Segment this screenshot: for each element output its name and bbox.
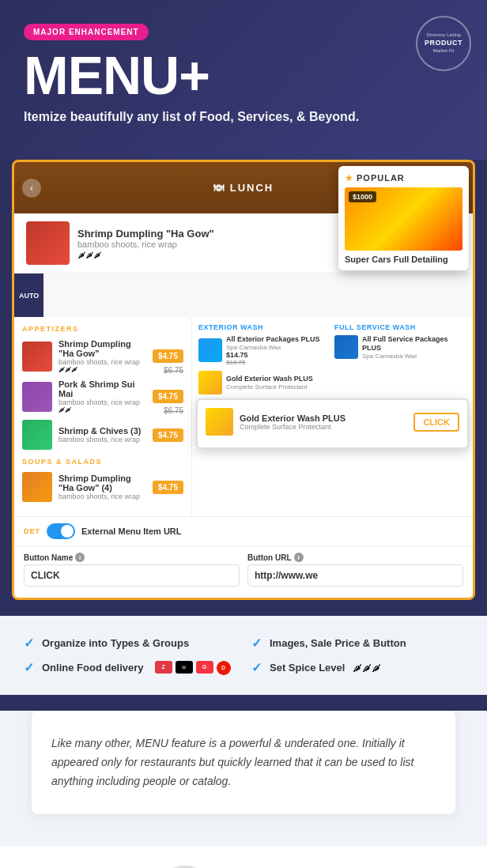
item-img-3 bbox=[22, 420, 52, 450]
button-url-field: Button URL i bbox=[247, 553, 463, 587]
wash-sale-1: $18.75 bbox=[226, 359, 320, 366]
delivery-badges: Z U G D bbox=[155, 661, 231, 675]
button-form: Button Name i Button URL i bbox=[14, 545, 473, 598]
wash-full-1: All Full Service Packages PLUS Spa Carna… bbox=[334, 335, 466, 360]
menu-item-4: Shrimp Dumpling "Ha Gow" (4) bamboo shoo… bbox=[22, 472, 183, 502]
popular-price: $1000 bbox=[349, 191, 376, 202]
check-icon-2: ✓ bbox=[251, 636, 262, 651]
feature-text-3: Online Food delivery bbox=[42, 662, 144, 674]
menu-item-3: Shrimp & Chives (3) bamboo shoots, rice … bbox=[22, 420, 183, 450]
feature-text-2: Images, Sale Price & Button bbox=[270, 637, 406, 649]
menu-item-2: Pork & Shrimp Sui Mai bamboo shoots, ric… bbox=[22, 379, 183, 413]
wash-ext-2: Gold Exterior Wash PLUS Complete Surface… bbox=[198, 371, 330, 394]
item-content-4: Shrimp Dumpling "Ha Gow" (4) bamboo shoo… bbox=[59, 474, 146, 500]
item-img-1 bbox=[22, 342, 52, 372]
item-name-4: Shrimp Dumpling "Ha Gow" (4) bbox=[59, 474, 146, 492]
item-img-2 bbox=[22, 382, 52, 412]
testimonial-text: Like many other, MENU feature is a power… bbox=[51, 734, 436, 791]
wash-desc-1: Spa Carnauba Wax bbox=[226, 344, 320, 351]
soups-label: SOUPS & SALADS bbox=[22, 458, 183, 466]
features-section: ✓ Organize into Types & Groups ✓ Images,… bbox=[0, 616, 487, 695]
gold-popup-header: Gold Exterior Wash PLUS Complete Surface… bbox=[206, 408, 459, 436]
button-name-field: Button Name i bbox=[24, 553, 240, 587]
check-icon-4: ✓ bbox=[251, 660, 262, 675]
demo-container: ‹ 🍽 LUNCH › ★ POPULAR $1000 Super Cars F… bbox=[0, 160, 487, 616]
menu-right: EXTERIOR WASH All Exterior Packages PLUS… bbox=[192, 317, 473, 516]
feature-text-1: Organize into Types & Groups bbox=[42, 637, 189, 649]
spice-emojis: 🌶🌶🌶 bbox=[353, 662, 381, 674]
food-header-content: 🍽 LUNCH bbox=[213, 182, 274, 194]
form-row: Button Name i Button URL i bbox=[24, 553, 463, 587]
wash-full-desc-1: Spa Carnauba Wax bbox=[362, 353, 466, 360]
wash-img-1 bbox=[198, 338, 222, 362]
wash-info-2: Gold Exterior Wash PLUS Complete Surface… bbox=[226, 375, 313, 391]
gold-popup: Gold Exterior Wash PLUS Complete Surface… bbox=[196, 398, 469, 449]
toggle-switch[interactable] bbox=[47, 523, 75, 539]
item-desc-2: bamboo shoots, rice wrap bbox=[59, 398, 146, 406]
badge-line1: Directory Listing bbox=[426, 32, 460, 39]
det-label: DET bbox=[24, 527, 40, 535]
testimonial-section: Like many other, MENU feature is a power… bbox=[32, 711, 455, 814]
auto-row: AUTO $1000 Super Cars Full Detailing $90… bbox=[14, 274, 473, 317]
zomato-badge: Z bbox=[155, 661, 172, 674]
major-badge: MAJOR ENHANCEMENT bbox=[24, 24, 149, 40]
button-url-input[interactable] bbox=[247, 564, 463, 587]
demo-frame: ‹ 🍽 LUNCH › ★ POPULAR $1000 Super Cars F… bbox=[12, 160, 475, 600]
badge-line3: Market Fit bbox=[433, 48, 455, 55]
item-content-2: Pork & Shrimp Sui Mai bamboo shoots, ric… bbox=[59, 379, 146, 413]
item-name-2: Pork & Shrimp Sui Mai bbox=[59, 379, 146, 398]
feature-text-4: Set Spice Level bbox=[270, 662, 345, 674]
item-sale-2: $6.75 bbox=[164, 406, 183, 415]
item-img-4 bbox=[22, 472, 52, 502]
gold-click-button[interactable]: CLICK bbox=[413, 413, 459, 432]
button-name-input[interactable] bbox=[24, 564, 240, 587]
gold-popup-info: Gold Exterior Wash PLUS Complete Surface… bbox=[240, 413, 345, 431]
wash-ext-1: All Exterior Packages PLUS Spa Carnauba … bbox=[198, 335, 330, 366]
button-name-label: Button Name i bbox=[24, 553, 240, 562]
item-sale-1: $6.75 bbox=[164, 366, 183, 375]
appetizers-label: APPETIZERS bbox=[22, 325, 183, 333]
menu-left: APPETIZERS Shrimp Dumpling "Ha Gow" bamb… bbox=[14, 317, 192, 516]
features-grid: ✓ Organize into Types & Groups ✓ Images,… bbox=[24, 636, 463, 675]
item-name-1: Shrimp Dumpling "Ha Gow" bbox=[59, 339, 146, 358]
auto-label: AUTO bbox=[14, 274, 43, 317]
toggle-row: DET External Menu Item URL bbox=[14, 516, 473, 545]
gold-popup-desc: Complete Surface Protectant bbox=[240, 423, 345, 431]
info-icon-url: i bbox=[294, 553, 304, 562]
prev-arrow[interactable]: ‹ bbox=[22, 179, 41, 198]
wash-price-1: $14.75 bbox=[226, 351, 320, 359]
food-label: LUNCH bbox=[230, 182, 274, 194]
full-title: FULL SERVICE WASH bbox=[334, 323, 466, 331]
ubereats-badge: U bbox=[176, 661, 193, 674]
wash-desc-2: Complete Surface Protectant bbox=[226, 383, 313, 391]
food-icon: 🍽 bbox=[213, 182, 225, 194]
item-content-1: Shrimp Dumpling "Ha Gow" bamboo shoots, … bbox=[59, 339, 146, 373]
feature-food-delivery: ✓ Online Food delivery Z U G D bbox=[24, 660, 236, 675]
gold-popup-img bbox=[206, 408, 233, 436]
popular-title: Super Cars Full Detailing bbox=[345, 255, 462, 264]
wash-name-1: All Exterior Packages PLUS bbox=[226, 335, 320, 344]
star-icon: ★ bbox=[345, 172, 353, 183]
popular-card: ★ POPULAR $1000 Super Cars Full Detailin… bbox=[338, 166, 469, 270]
testimonial-wrapper: Like many other, MENU feature is a power… bbox=[0, 711, 487, 846]
popular-badge: ★ POPULAR bbox=[345, 172, 462, 183]
wash-info-1: All Exterior Packages PLUS Spa Carnauba … bbox=[226, 335, 320, 366]
wash-full-info-1: All Full Service Packages PLUS Spa Carna… bbox=[362, 335, 466, 360]
wash-full-name-1: All Full Service Packages PLUS bbox=[362, 335, 466, 353]
feature-images-price: ✓ Images, Sale Price & Button bbox=[251, 636, 463, 651]
product-badge: Directory Listing PRODUCT Market Fit bbox=[416, 16, 471, 71]
wash-img-2 bbox=[198, 371, 222, 394]
button-url-label: Button URL i bbox=[247, 553, 463, 562]
item-spice-1: 🌶🌶🌶 bbox=[59, 366, 146, 373]
popular-label: POPULAR bbox=[357, 173, 405, 183]
item-price-3: $4.75 bbox=[153, 428, 183, 442]
menu-item-1: Shrimp Dumpling "Ha Gow" bamboo shoots, … bbox=[22, 339, 183, 373]
hero-section: MAJOR ENHANCEMENT Directory Listing PROD… bbox=[0, 0, 487, 160]
item-content-3: Shrimp & Chives (3) bamboo shoots, rice … bbox=[59, 426, 146, 443]
item-spice-2: 🌶🌶 bbox=[59, 406, 146, 413]
food-header: ‹ 🍽 LUNCH › ★ POPULAR $1000 Super Cars F… bbox=[14, 162, 473, 213]
grubhub-badge: G bbox=[196, 661, 213, 674]
feature-types-groups: ✓ Organize into Types & Groups bbox=[24, 636, 236, 651]
item-name-3: Shrimp & Chives (3) bbox=[59, 426, 146, 436]
hero-subtitle: Itemize beautifully any list of Food, Se… bbox=[24, 110, 463, 124]
